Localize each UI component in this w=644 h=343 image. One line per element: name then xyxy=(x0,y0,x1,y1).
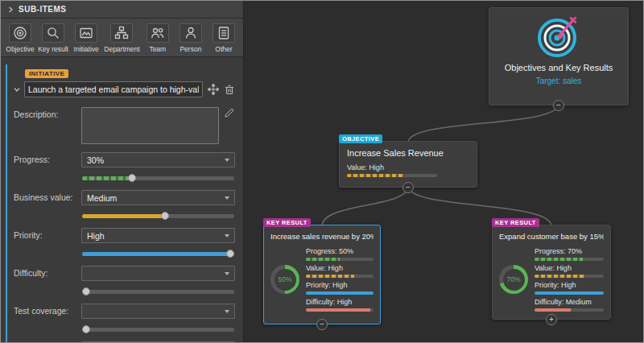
progress-ring-label: 70% xyxy=(506,275,520,283)
key-result-badge: KEY RESULT xyxy=(263,218,311,227)
test-coverage-row: Test coverage: xyxy=(14,304,235,333)
objective-value-bar xyxy=(347,174,437,177)
chevron-down-icon xyxy=(225,272,229,275)
expand-chevron-icon[interactable] xyxy=(14,87,20,93)
difficulty-select[interactable] xyxy=(81,266,235,281)
field-label: Business value: xyxy=(14,190,81,202)
kr-field-value: Value: High xyxy=(306,264,374,278)
progress-slider[interactable] xyxy=(82,174,234,182)
node-title-input[interactable] xyxy=(24,81,203,97)
progress-select[interactable]: 30% xyxy=(81,152,235,167)
slider-thumb[interactable] xyxy=(161,212,169,220)
kr-field-progress: Progress: 70% xyxy=(535,247,604,261)
field-label: Description: xyxy=(14,107,81,119)
initiative-badge: INITIATIVE xyxy=(25,69,68,78)
chevron-down-icon xyxy=(225,310,229,313)
priority-select[interactable]: High xyxy=(81,228,235,243)
slider-thumb[interactable] xyxy=(226,250,234,258)
objective-badge: OBJECTIVE xyxy=(339,134,382,143)
business-value-select[interactable]: Medium xyxy=(81,190,235,205)
source-select[interactable] xyxy=(81,341,235,342)
business-value-row: Business value: Medium xyxy=(14,190,235,220)
tool-department[interactable]: Department xyxy=(104,23,139,53)
business-value-slider[interactable] xyxy=(82,212,234,220)
select-value: 30% xyxy=(87,155,104,165)
key-result-badge: KEY RESULT xyxy=(492,218,539,227)
chevron-down-icon xyxy=(225,196,229,200)
field-label: Priority: xyxy=(14,228,81,240)
test-coverage-select[interactable] xyxy=(81,304,235,319)
difficulty-row: Difficulty: xyxy=(14,266,235,295)
person-icon xyxy=(180,23,202,43)
initiative-icon xyxy=(75,23,97,43)
magnifier-icon xyxy=(42,23,64,43)
field-label: Source: xyxy=(14,341,81,342)
description-textarea[interactable] xyxy=(81,107,219,144)
key-result-node-1[interactable]: KEY RESULT Increase sales revenue by 20%… xyxy=(263,225,381,324)
priority-row: Priority: High xyxy=(14,228,235,258)
tool-label: Other xyxy=(215,45,232,53)
kr-field-difficulty: Difficulty: High xyxy=(306,298,374,312)
difficulty-slider[interactable] xyxy=(82,287,234,295)
root-node-title: Objectives and Key Results xyxy=(505,63,613,72)
select-value: High xyxy=(87,231,105,241)
key-result-title: Expand customer base by 15% xyxy=(499,232,604,241)
tool-initiative[interactable]: Initiative xyxy=(71,23,101,53)
edit-pencil-icon[interactable] xyxy=(224,107,235,118)
tool-objective[interactable]: Objective xyxy=(5,23,35,53)
kr-field-progress: Progress: 50% xyxy=(306,247,374,261)
tool-label: Initiative xyxy=(74,45,99,53)
move-icon[interactable] xyxy=(207,83,220,96)
tool-team[interactable]: Team xyxy=(142,23,173,53)
properties-form: Description: Progress: 30% xyxy=(14,107,235,342)
tool-other[interactable]: Other xyxy=(208,23,239,53)
okr-mindmap-app: SUB-ITEMS Objective Key result Initiativ… xyxy=(0,0,644,343)
collapse-button[interactable]: − xyxy=(402,182,414,193)
tool-key-result[interactable]: Key result xyxy=(38,23,68,53)
document-icon xyxy=(213,23,235,43)
tool-label: Key result xyxy=(38,45,68,53)
slider-thumb[interactable] xyxy=(82,325,90,333)
target-icon xyxy=(9,23,31,43)
root-node-okr[interactable]: Objectives and Key Results Target: sales… xyxy=(489,7,629,105)
slider-thumb[interactable] xyxy=(128,174,136,182)
collapse-button[interactable]: − xyxy=(316,319,328,330)
objective-title: Increase Sales Revenue xyxy=(347,148,469,158)
source-row: Source: xyxy=(14,341,235,342)
panel-title: SUB-ITEMS xyxy=(19,5,67,14)
sub-items-panel: SUB-ITEMS Objective Key result Initiativ… xyxy=(1,1,244,342)
field-label: Difficulty: xyxy=(14,266,81,278)
key-result-title: Increase sales revenue by 20% xyxy=(270,232,374,241)
progress-row: Progress: 30% xyxy=(14,152,235,182)
sub-items-header[interactable]: SUB-ITEMS xyxy=(1,1,243,19)
kr-field-priority: Priority: High xyxy=(535,281,604,295)
progress-ring-label: 50% xyxy=(278,275,291,283)
test-coverage-slider[interactable] xyxy=(82,325,234,333)
description-row: Description: xyxy=(14,107,235,144)
chevron-icon xyxy=(8,6,14,13)
tool-person[interactable]: Person xyxy=(175,23,206,53)
objective-value-text: Value: High xyxy=(347,163,469,172)
kr-field-value: Value: High xyxy=(535,264,604,278)
team-icon xyxy=(147,23,169,43)
objective-node[interactable]: OBJECTIVE Increase Sales Revenue Value: … xyxy=(339,141,477,188)
key-result-node-2[interactable]: KEY RESULT Expand customer base by 15% 7… xyxy=(492,225,611,320)
progress-ring: 50% xyxy=(270,265,299,294)
kr-field-priority: Priority: High xyxy=(306,281,374,295)
progress-ring: 70% xyxy=(499,265,528,294)
initiative-form: INITIATIVE xyxy=(6,64,240,342)
bullseye-dart-icon xyxy=(536,14,581,59)
chevron-down-icon xyxy=(225,234,229,238)
mindmap-canvas[interactable]: Objectives and Key Results Target: sales… xyxy=(244,1,643,342)
expand-button[interactable]: + xyxy=(546,314,557,325)
trash-icon[interactable] xyxy=(224,84,235,96)
chevron-down-icon xyxy=(225,159,229,162)
slider-thumb[interactable] xyxy=(82,287,90,295)
field-label: Progress: xyxy=(14,152,81,164)
collapse-button[interactable]: − xyxy=(553,100,564,111)
tool-label: Team xyxy=(149,45,166,53)
node-title-row xyxy=(14,81,235,97)
org-chart-icon xyxy=(110,23,133,43)
priority-slider[interactable] xyxy=(82,250,234,258)
tool-label: Person xyxy=(180,45,201,53)
